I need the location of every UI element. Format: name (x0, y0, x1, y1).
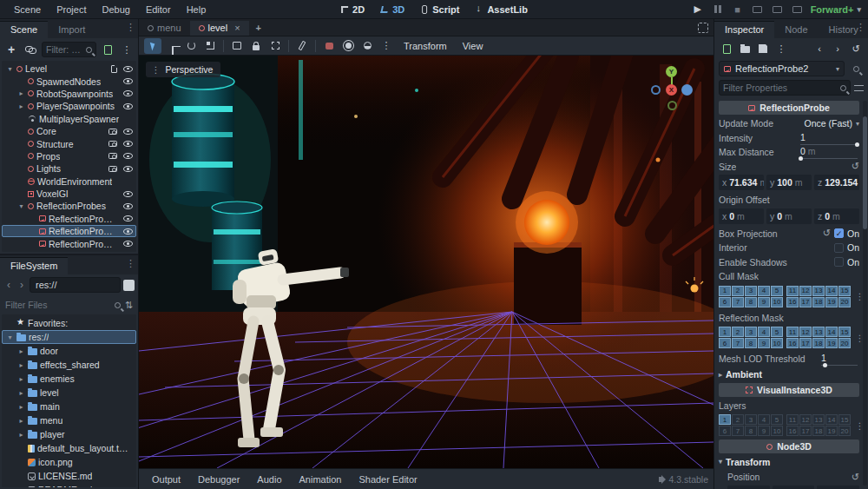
cam-icon[interactable] (108, 153, 117, 159)
move-tool-button[interactable] (163, 38, 181, 54)
layer-cell-8[interactable]: 8 (745, 297, 757, 307)
layer-cell-5[interactable]: 5 (771, 327, 783, 337)
mute-icon[interactable] (659, 477, 663, 482)
layer-cell-3[interactable]: 3 (745, 414, 757, 425)
eye-icon[interactable] (123, 129, 133, 135)
eye-icon[interactable] (123, 66, 133, 72)
tree-expand-arrow[interactable]: ▸ (17, 375, 25, 383)
tree-row-multiplayerspawner[interactable]: MultiplayerSpawner (2, 113, 136, 125)
layer-cell-17[interactable]: 17 (799, 338, 812, 348)
revert-icon[interactable]: ↺ (852, 161, 859, 172)
layer-cell-7[interactable]: 7 (732, 426, 744, 436)
layer-cell-18[interactable]: 18 (812, 297, 825, 307)
animation-button[interactable]: Animation (292, 472, 350, 487)
mesh-lod-slider[interactable]: 1 (819, 352, 859, 366)
renderer-selector[interactable]: Forward+▾ (811, 4, 861, 15)
tree-row-worldenvironment[interactable]: WorldEnvironment (2, 175, 136, 188)
tree-expand-arrow[interactable]: ▾ (6, 334, 14, 341)
layer-cell-5[interactable]: 5 (771, 286, 783, 296)
position-x-field[interactable]: x73.997m (727, 486, 770, 489)
section-reflectionprobe[interactable]: ReflectionProbe (719, 101, 859, 115)
tree-row-readme-md[interactable]: README.md (2, 483, 136, 487)
open-docs-button[interactable] (848, 61, 864, 76)
perspective-button[interactable]: ⋮ Perspective (146, 62, 220, 77)
stop-button[interactable]: ■ (731, 3, 745, 16)
layer-cell-17[interactable]: 17 (799, 426, 812, 436)
tree-row-favorites-[interactable]: Favorites: (2, 316, 136, 330)
axis-neg-z-ball[interactable] (651, 85, 661, 95)
tab-import[interactable]: Import (48, 22, 95, 38)
menu-help[interactable]: Help (180, 3, 214, 17)
layer-cell-11[interactable]: 11 (786, 286, 799, 296)
layer-cell-1[interactable]: 1 (719, 327, 731, 337)
layer-cell-9[interactable]: 9 (758, 338, 770, 348)
new-scene-tab-button[interactable]: + (249, 21, 268, 36)
dock-menu-icon[interactable]: ⋮ (126, 22, 135, 33)
origin-y-field[interactable]: y0m (766, 208, 812, 224)
intensity-slider[interactable]: 1 (799, 131, 859, 145)
eye-icon[interactable] (123, 90, 133, 96)
tree-row-door[interactable]: ▸door (2, 344, 136, 358)
group-button[interactable] (266, 38, 284, 54)
view-menu[interactable]: View (456, 39, 490, 53)
menu-editor[interactable]: Editor (139, 3, 178, 17)
tree-row-effects-shared[interactable]: ▸effects_shared (2, 358, 136, 372)
layer-cell-4[interactable]: 4 (758, 414, 770, 425)
tree-row-icon-png[interactable]: icon.png (2, 455, 136, 469)
layer-cell-15[interactable]: 15 (838, 286, 851, 296)
revert-icon[interactable]: ↺ (852, 472, 859, 483)
history-forward-icon[interactable]: › (830, 41, 845, 56)
layer-cell-12[interactable]: 12 (799, 414, 812, 425)
scene-tab-menu[interactable]: menu (139, 21, 190, 36)
tab-scene[interactable]: Scene (0, 21, 48, 38)
position-z-field[interactable]: z-12.209 (817, 486, 859, 489)
tree-row-enemies[interactable]: ▸enemies (2, 372, 136, 386)
property-tools-icon[interactable] (854, 84, 864, 92)
eye-icon[interactable] (123, 103, 133, 109)
section-transform[interactable]: ▾Transform (719, 455, 859, 468)
dock-menu-icon[interactable]: ⋮ (126, 258, 135, 269)
layer-cell-9[interactable]: 9 (758, 297, 770, 307)
layer-cell-2[interactable]: 2 (732, 286, 744, 296)
tab-inspector[interactable]: Inspector (714, 21, 774, 38)
layer-cell-14[interactable]: 14 (825, 327, 838, 337)
history-icon[interactable]: ↺ (848, 41, 864, 56)
tree-row-music[interactable]: Music (2, 250, 136, 252)
layer-cell-20[interactable]: 20 (838, 338, 851, 348)
scene-tab-level[interactable]: level × (190, 21, 249, 36)
eye-icon[interactable] (123, 78, 133, 84)
tree-row-reflectionprobe2[interactable]: ReflectionProbe2 (2, 225, 136, 237)
tab-filesystem[interactable]: FileSystem (0, 257, 68, 274)
layer-cell-13[interactable]: 13 (812, 414, 825, 425)
tree-row-voxelgi[interactable]: VoxelGI (2, 188, 136, 200)
history-back-icon[interactable]: ‹ (3, 279, 14, 291)
layer-cell-8[interactable]: 8 (745, 338, 757, 348)
layer-cell-4[interactable]: 4 (758, 286, 770, 296)
filter-properties-input[interactable]: Filter Properties (719, 80, 851, 96)
cam-icon[interactable] (108, 129, 117, 135)
tree-row-robotspawnpoints[interactable]: ▸RobotSpawnpoints (2, 88, 136, 100)
view-axis-gizmo[interactable]: Y X (649, 66, 694, 111)
section-ambient[interactable]: ▸Ambient (719, 368, 859, 381)
workspace-2d[interactable]: 2D (334, 3, 371, 17)
filter-files-input[interactable]: Filter Files (5, 300, 110, 310)
save-resource-button[interactable] (755, 41, 771, 56)
tree-row-reflectionprobe1[interactable]: ReflectionProbe1 (2, 213, 136, 225)
tree-row-playerspawnpoints[interactable]: ▸PlayerSpawnpoints (2, 100, 136, 112)
layer-cell-9[interactable]: 9 (758, 426, 770, 436)
tree-expand-arrow[interactable]: ▾ (6, 65, 14, 73)
movie-maker-icon[interactable] (791, 3, 805, 16)
eye-icon[interactable] (123, 215, 133, 221)
eye-icon[interactable] (123, 141, 133, 147)
layer-cell-2[interactable]: 2 (732, 327, 744, 337)
tree-expand-arrow[interactable]: ▸ (17, 361, 25, 369)
layer-cell-4[interactable]: 4 (758, 327, 770, 337)
cam-icon[interactable] (108, 141, 117, 147)
position-y-field[interactable]: y0m (773, 486, 815, 489)
layer-cell-19[interactable]: 19 (825, 297, 838, 307)
layer-cell-17[interactable]: 17 (799, 297, 812, 307)
eye-icon[interactable] (123, 166, 133, 172)
preview-sun-button[interactable] (339, 38, 357, 54)
tree-expand-arrow[interactable]: ▸ (17, 403, 25, 411)
max-distance-slider[interactable]: 0m (799, 145, 859, 159)
